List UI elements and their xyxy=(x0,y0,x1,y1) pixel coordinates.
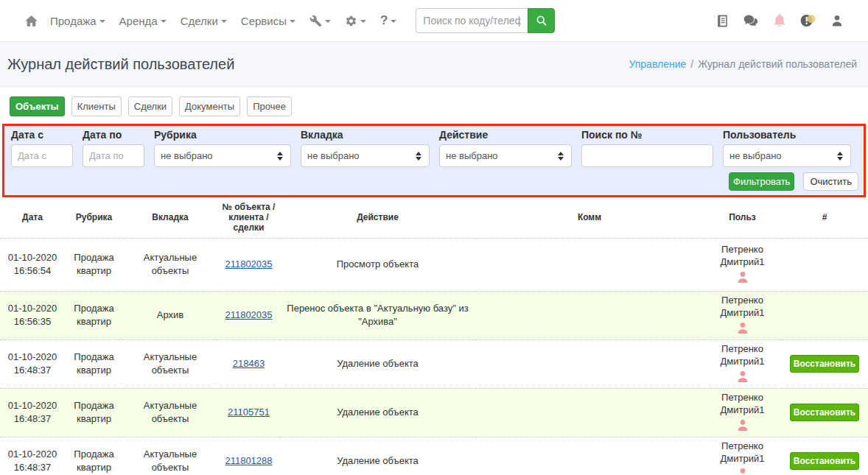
col-header-date: Дата xyxy=(0,197,65,238)
nav-item-prodazha[interactable]: Продажа xyxy=(50,15,105,27)
cell-object: 21105751 xyxy=(217,388,280,437)
gear-icon xyxy=(345,15,357,27)
search-box xyxy=(416,8,555,33)
help-icon: ? xyxy=(380,13,388,28)
cell-object: 211802035 xyxy=(217,238,280,291)
col-header-object: № объекта / клиента / сделки xyxy=(217,197,280,238)
table-row: 01-10-202016:48:37 Продажа квартир Актуа… xyxy=(0,437,868,475)
row-tab: Архив xyxy=(141,309,200,322)
user-icon[interactable] xyxy=(735,270,750,285)
chevron-down-icon xyxy=(221,20,227,23)
nav-item-help[interactable]: ? xyxy=(380,13,396,28)
breadcrumb-current: Журнал действий пользователей xyxy=(698,58,857,70)
row-user-name: Петренко Дмитрий1 xyxy=(716,343,769,368)
user-icon[interactable] xyxy=(735,370,750,384)
wrench-icon xyxy=(309,15,322,27)
nav-item-label: Продажа xyxy=(50,15,97,27)
tab-obekty[interactable]: Объекты xyxy=(10,96,65,116)
date-to-input[interactable] xyxy=(83,144,144,167)
nav-item-arenda[interactable]: Аренда xyxy=(119,15,167,27)
journal-icon[interactable] xyxy=(713,12,731,29)
chevron-down-icon xyxy=(391,20,396,23)
tabs-bar: Объекты Клиенты Сделки Документы Прочее xyxy=(0,87,868,124)
filter-panel: Дата с Дата по Рубрика не выбрано Вкладк… xyxy=(2,124,866,197)
cell-comment xyxy=(475,437,704,475)
row-tab: Актуальные объекты xyxy=(141,351,200,377)
page-title: Журнал действий пользователей xyxy=(7,56,234,73)
row-time: 16:56:54 xyxy=(4,264,60,278)
clear-button[interactable]: Очистить xyxy=(803,172,858,191)
row-date: 01-10-2020 xyxy=(4,351,60,364)
filter-label: Действие xyxy=(439,129,572,141)
cell-restore xyxy=(781,238,868,291)
tab-select[interactable]: не выбрано xyxy=(301,144,430,167)
cell-comment xyxy=(475,339,704,388)
breadcrumb-link-upravlenie[interactable]: Управление xyxy=(629,58,686,70)
tab-dokumenty[interactable]: Документы xyxy=(179,96,240,116)
restore-button[interactable]: Восстановить xyxy=(790,404,859,421)
cell-rubric: Продажа квартир xyxy=(65,437,123,475)
row-action: Удаление объекта xyxy=(286,357,470,370)
cell-action: Просмотр объекта xyxy=(280,238,475,291)
user-icon[interactable] xyxy=(735,467,750,475)
table-row: 01-10-202016:48:37 Продажа квартир Актуа… xyxy=(0,339,868,388)
row-user-name: Петренко Дмитрий1 xyxy=(716,244,769,269)
row-tab: Актуальные объекты xyxy=(141,251,200,278)
tab-prochee[interactable]: Прочее xyxy=(247,96,292,116)
notifications-bell-icon[interactable] xyxy=(771,12,788,29)
nav-item-servisy[interactable]: Сервисы xyxy=(241,15,295,27)
col-header-rubric: Рубрика xyxy=(65,197,123,238)
cell-comment xyxy=(475,388,704,437)
user-icon[interactable] xyxy=(735,321,750,336)
cell-user: Петренко Дмитрий1 xyxy=(704,437,781,475)
nav-item-settings[interactable] xyxy=(345,15,366,27)
filter-label: Поиск по № xyxy=(581,129,713,141)
object-link[interactable]: 21105751 xyxy=(228,407,270,418)
alerts-icon[interactable] xyxy=(799,12,817,29)
date-from-input[interactable] xyxy=(11,144,73,167)
user-profile-icon[interactable] xyxy=(828,12,846,29)
nav-item-sdelki[interactable]: Сделки xyxy=(181,15,227,27)
breadcrumb-separator: / xyxy=(690,58,693,70)
filter-date-from: Дата с xyxy=(11,129,73,167)
object-link[interactable]: 211802035 xyxy=(225,309,272,320)
search-button[interactable] xyxy=(528,8,555,33)
filter-action: Действие не выбрано xyxy=(439,129,572,167)
col-header-user: Польз xyxy=(704,197,781,238)
cell-object: 211801288 xyxy=(217,437,280,475)
cell-tab: Актуальные объекты xyxy=(123,388,217,437)
row-action: Удаление объекта xyxy=(286,406,470,419)
filter-label: Дата по xyxy=(83,129,144,141)
cell-user: Петренко Дмитрий1 xyxy=(704,291,781,339)
number-search-input[interactable] xyxy=(581,144,713,167)
tab-sdelki[interactable]: Сделки xyxy=(128,96,172,116)
search-input[interactable] xyxy=(416,8,528,33)
nav-item-tools[interactable] xyxy=(309,15,331,27)
cell-rubric: Продажа квартир xyxy=(65,388,123,437)
cell-date: 01-10-202016:48:37 xyxy=(0,388,65,437)
filter-rubric: Рубрика не выбрано xyxy=(154,129,291,167)
messages-icon[interactable] xyxy=(742,12,760,29)
user-icon[interactable] xyxy=(735,418,750,433)
object-link[interactable]: 218463 xyxy=(233,358,265,369)
row-rubric: Продажа квартир xyxy=(71,399,117,426)
restore-button[interactable]: Восстановить xyxy=(790,452,859,470)
restore-button[interactable]: Восстановить xyxy=(790,355,859,373)
filter-button[interactable]: Фильтровать xyxy=(729,172,794,191)
row-time: 16:48:37 xyxy=(4,461,60,474)
cell-action: Удаление объекта xyxy=(280,339,475,388)
chevron-down-icon xyxy=(99,20,105,23)
action-select[interactable]: не выбрано xyxy=(439,144,572,167)
rubric-select[interactable]: не выбрано xyxy=(154,144,291,167)
tab-klienty[interactable]: Клиенты xyxy=(71,96,122,116)
user-select[interactable]: не выбрано xyxy=(723,144,851,167)
object-link[interactable]: 211802035 xyxy=(225,258,272,270)
table-row: 01-10-202016:56:35 Продажа квартир Архив… xyxy=(0,291,868,339)
cell-user: Петренко Дмитрий1 xyxy=(704,238,781,291)
object-link[interactable]: 211801288 xyxy=(225,455,272,466)
filter-label: Вкладка xyxy=(301,129,430,141)
row-action: Удаление объекта xyxy=(286,454,470,468)
cell-rubric: Продажа квартир xyxy=(65,238,123,291)
select-value: не выбрано xyxy=(307,150,360,161)
home-icon[interactable] xyxy=(24,14,38,28)
